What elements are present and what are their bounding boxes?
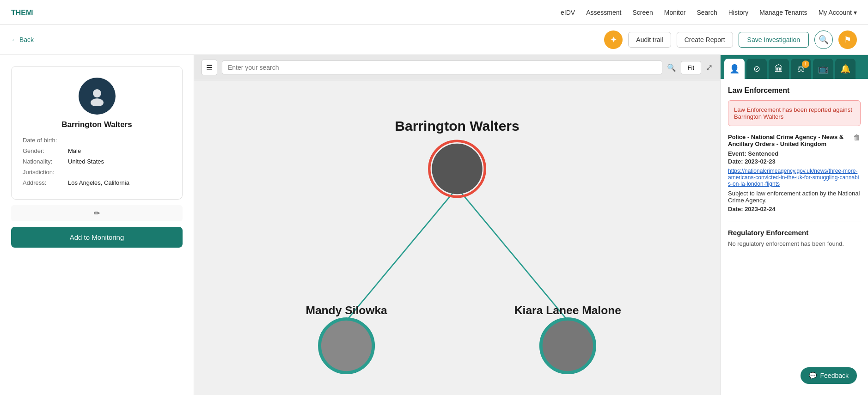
toolbar-search-button[interactable]: 🔍	[814, 30, 833, 49]
person-icon: 👤	[729, 64, 740, 74]
right-content: Law Enforcement Law Enforcement has been…	[721, 79, 868, 395]
audit-trail-button[interactable]: Audit trail	[628, 32, 671, 48]
ban-icon: ⊘	[753, 64, 760, 74]
tab-bell[interactable]: 🔔	[835, 59, 856, 79]
svg-line-3	[347, 188, 457, 321]
delete-icon[interactable]: 🗑	[853, 134, 861, 142]
record-description: Subject to law enforcement action by the…	[728, 190, 861, 204]
svg-point-2	[91, 98, 104, 106]
dob-label: Date of birth:	[23, 137, 64, 144]
nav-eidv[interactable]: eIDV	[561, 9, 575, 16]
record-title: Police - National Crime Agency - News & …	[728, 134, 853, 147]
svg-point-6	[432, 144, 482, 194]
toolbar: ← Back ✦ Audit trail Create Report Save …	[0, 25, 868, 55]
nav-monitor[interactable]: Monitor	[664, 9, 686, 16]
nav-links: eIDV Assessment Screen Monitor Search Hi…	[561, 9, 857, 16]
tab-scale[interactable]: ⚖ !	[791, 59, 811, 79]
create-report-button[interactable]: Create Report	[677, 32, 733, 48]
enforcement-record: Police - National Crime Agency - News & …	[728, 134, 861, 221]
nav-my-account[interactable]: My Account ▾	[819, 9, 857, 16]
expand-icon: ⤢	[706, 63, 713, 72]
gender-value: Male	[68, 147, 81, 154]
tab-media[interactable]: 📺	[813, 59, 833, 79]
right-panel: 👤 ⊘ 🏛 ⚖ ! 📺 🔔 Law Enforcement Law Enforc…	[720, 55, 868, 395]
nav-search[interactable]: Search	[697, 9, 717, 16]
back-arrow-icon: ←	[11, 36, 18, 43]
regulatory-no-data: No regulatory enforcement has been found…	[728, 240, 861, 247]
back-button[interactable]: ← Back	[11, 36, 34, 43]
graph-search-input[interactable]	[222, 61, 662, 74]
center-panel: ☰ 🔍 Fit ⤢ Barrington Walters	[194, 55, 720, 395]
edit-profile-row[interactable]: ✏	[11, 205, 183, 221]
nav-manage-tenants[interactable]: Manage Tenants	[759, 9, 807, 16]
special-action-button[interactable]: ✦	[604, 30, 623, 49]
chevron-down-icon: ▾	[854, 9, 857, 16]
record-event: Event: Sentenced	[728, 150, 861, 157]
svg-line-4	[457, 188, 568, 321]
flag-icon: ⚑	[844, 35, 851, 45]
jurisdiction-label: Jurisdiction:	[23, 169, 64, 176]
nav-history[interactable]: History	[728, 9, 749, 16]
menu-icon: ☰	[206, 63, 213, 72]
main-layout: Barrington Walters Date of birth: Gender…	[0, 55, 868, 395]
svg-point-9	[321, 321, 372, 371]
edit-icon: ✏	[94, 209, 100, 218]
graph-toolbar: ☰ 🔍 Fit ⤢	[194, 55, 720, 80]
graph-menu-button[interactable]: ☰	[202, 60, 217, 75]
media-icon: 📺	[818, 64, 828, 74]
left-panel: Barrington Walters Date of birth: Gender…	[0, 55, 194, 395]
avatar	[79, 78, 116, 115]
sun-icon: ✦	[610, 35, 617, 45]
svg-point-12	[543, 321, 593, 371]
right-tabs: 👤 ⊘ 🏛 ⚖ ! 📺 🔔	[721, 55, 868, 79]
tab-institution[interactable]: 🏛	[769, 59, 789, 79]
svg-text:THEMIS: THEMIS	[11, 9, 33, 17]
address-label: Address:	[23, 179, 64, 186]
profile-card: Barrington Walters Date of birth: Gender…	[11, 66, 183, 200]
tab-person[interactable]: 👤	[724, 59, 745, 79]
law-enforcement-alert: Law Enforcement has been reported agains…	[728, 100, 861, 126]
tab-badge: !	[802, 61, 809, 68]
nationality-label: Nationality:	[23, 158, 64, 165]
svg-text:Mandy Silowka: Mandy Silowka	[306, 304, 387, 316]
law-enforcement-title: Law Enforcement	[728, 86, 861, 95]
svg-point-1	[93, 89, 101, 97]
toolbar-flag-button[interactable]: ⚑	[838, 30, 857, 49]
logo: THEMIS	[11, 5, 33, 20]
fit-button[interactable]: Fit	[681, 61, 701, 74]
nav-assessment[interactable]: Assessment	[586, 9, 621, 16]
tab-ban[interactable]: ⊘	[746, 59, 767, 79]
search-icon: 🔍	[819, 35, 829, 45]
search-icon: 🔍	[667, 64, 676, 72]
expand-button[interactable]: ⤢	[706, 62, 713, 73]
svg-text:Barrington Walters: Barrington Walters	[395, 118, 520, 134]
institution-icon: 🏛	[775, 64, 783, 74]
bell-icon: 🔔	[840, 64, 850, 74]
profile-details: Date of birth: Gender: Male Nationality:…	[23, 135, 171, 188]
top-navigation: THEMIS eIDV Assessment Screen Monitor Se…	[0, 0, 868, 25]
graph-search-button[interactable]: 🔍	[667, 63, 676, 72]
nationality-value: United States	[68, 158, 104, 165]
feedback-icon: 💬	[809, 372, 817, 379]
feedback-button[interactable]: 💬 Feedback	[801, 367, 857, 384]
save-investigation-button[interactable]: Save Investigation	[739, 32, 809, 48]
address-value: Los Angeles, California	[68, 179, 129, 186]
record-date-2: Date: 2023-02-24	[728, 206, 861, 213]
svg-text:Kiara Lanee Malone: Kiara Lanee Malone	[514, 304, 621, 316]
profile-name: Barrington Walters	[61, 120, 132, 129]
regulatory-title: Regulatory Enforcement	[728, 229, 861, 237]
add-to-monitoring-button[interactable]: Add to Monitoring	[11, 227, 183, 248]
graph-area: Barrington Walters Mandy Silowka Kiara L…	[194, 80, 720, 395]
record-link[interactable]: https://nationalcrimeagency.gov.uk/news/…	[728, 168, 861, 187]
gender-label: Gender:	[23, 147, 64, 154]
nav-screen[interactable]: Screen	[632, 9, 653, 16]
record-date: Date: 2023-02-23	[728, 158, 861, 165]
